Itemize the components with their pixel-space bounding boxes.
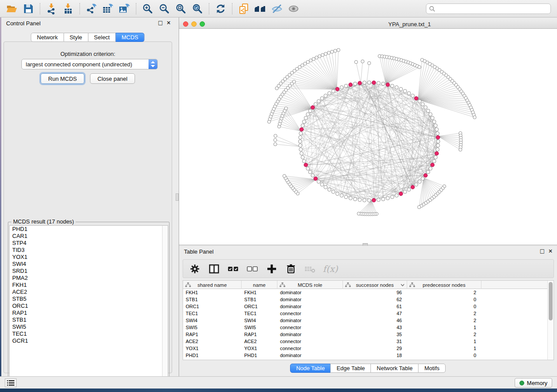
sort-descending-icon [401,284,405,286]
show-all-icon[interactable] [285,2,302,16]
table-cell: 29 [343,345,407,352]
splitter-grip[interactable] [176,193,179,201]
table-cell: 62 [343,296,407,303]
hide-selected-icon[interactable] [269,2,285,16]
network-window-titlebar[interactable]: YPA_prune.txt_1 [179,20,557,29]
table-tab-edge-table[interactable]: Edge Table [330,364,371,373]
search-input[interactable] [426,3,551,14]
table-cell: 2 [407,289,481,296]
vertical-splitter[interactable] [175,17,179,376]
table-row[interactable]: ACE2ACE2connector311 [183,338,547,345]
column-header-MCDS-role[interactable]: MCDS role [277,281,343,289]
import-network-icon[interactable] [43,2,60,16]
table-scrollbar[interactable] [547,281,554,360]
import-table-icon[interactable] [60,2,76,16]
table-cell: 61 [343,303,407,310]
mcds-result-item[interactable]: STP4 [10,240,168,247]
table-tab-node-table[interactable]: Node Table [290,364,331,373]
table-cell: YOX1 [242,345,277,352]
mcds-result-groupbox: MCDS result (17 nodes) PHD1CAR1STP4TID3Y… [8,222,170,384]
deselect-all-checkboxes-icon[interactable] [246,262,259,275]
run-mcds-button[interactable]: Run MCDS [41,73,84,84]
export-image-icon[interactable] [116,2,133,16]
select-all-checkboxes-icon[interactable] [227,262,240,275]
tab-select[interactable]: Select [88,33,116,42]
table-cell: 2 [407,317,481,324]
close-panel-icon[interactable]: × [166,20,171,26]
mcds-result-list[interactable]: PHD1CAR1STP4TID3YOX1SWI4SRD1PMA2FKH1ACE2… [9,225,168,382]
scrollbar-thumb[interactable] [549,282,553,320]
mcds-result-item[interactable]: SWI5 [10,323,168,330]
table-cell: ORC1 [242,303,277,310]
mcds-result-item[interactable]: ORC1 [10,303,168,309]
show-column-icon[interactable] [208,262,221,275]
export-network-icon[interactable] [83,2,100,16]
table-options-gear-icon[interactable] [188,262,201,275]
table-cell: dominator [277,303,343,310]
memory-button[interactable]: Memory [515,378,552,388]
table-row[interactable]: YOX1YOX1connector291 [183,345,547,352]
mcds-result-item[interactable]: STB1 [10,316,168,323]
mcds-result-item[interactable]: GCR1 [10,337,168,344]
column-label: shared name [197,282,227,288]
toolbar-separator [80,3,80,14]
table-tab-network-table[interactable]: Network Table [370,364,419,373]
mcds-result-item[interactable]: YOX1 [10,254,168,261]
mcds-result-item[interactable]: FKH1 [10,282,168,289]
first-neighbors-icon[interactable] [252,2,269,16]
clone-network-icon[interactable] [235,2,252,16]
mcds-result-item[interactable]: RAP1 [10,309,168,316]
table-row[interactable]: RAP1RAP1dominator352 [183,331,547,338]
table-cell: dominator [277,331,343,338]
save-session-icon[interactable] [20,2,37,16]
table-cell: ACE2 [183,338,242,345]
task-history-button[interactable] [5,378,17,387]
mcds-result-item[interactable]: ACE2 [10,289,168,296]
tab-mcds[interactable]: MCDS [115,33,144,42]
float-panel-icon[interactable]: □ [158,20,163,26]
network-canvas[interactable] [179,29,557,244]
table-row[interactable]: ORC1ORC1dominator610 [183,303,547,310]
refresh-layout-icon[interactable] [212,2,229,16]
column-header-shared-name[interactable]: shared name [183,281,242,289]
table-row[interactable]: SWI5SWI5connector431 [183,324,547,331]
optimization-criterion-dropdown[interactable]: largest connected component (undirected) [21,59,158,69]
delete-column-icon[interactable] [284,262,298,275]
table-row[interactable]: STB1STB1dominator620 [183,296,547,303]
table-row[interactable]: PHD1PHD1dominator180 [183,352,547,359]
zoom-selected-icon[interactable] [189,2,206,16]
table-row[interactable]: TEC1TEC1connector472 [183,310,547,317]
table-row[interactable]: SWI4SWI4dominator462 [183,317,547,324]
mcds-result-item[interactable]: PHD1 [10,226,168,233]
open-file-icon[interactable] [3,2,20,16]
close-panel-button[interactable]: Close panel [90,73,135,84]
close-panel-icon[interactable]: × [548,248,553,254]
mcds-result-item[interactable]: SRD1 [10,268,168,275]
mcds-result-item[interactable]: SWI4 [10,261,168,268]
table-cell: SWI5 [242,324,277,331]
delete-table-icon [304,262,317,275]
mcds-result-item[interactable]: TID3 [10,247,168,254]
mcds-result-item[interactable]: PMA2 [10,275,168,282]
mcds-result-item[interactable]: TEC1 [10,330,168,337]
search-field [426,3,551,14]
column-header-successor-nodes[interactable]: successor nodes [343,281,407,289]
zoom-out-icon[interactable] [156,2,173,16]
network-graph[interactable] [179,29,557,244]
float-panel-icon[interactable]: □ [540,248,545,254]
add-column-icon[interactable] [265,262,278,275]
table-tab-motifs[interactable]: Motifs [418,364,446,373]
mcds-result-item[interactable]: STB5 [10,296,168,303]
mcds-list-scrollbar[interactable] [162,226,168,382]
tab-network[interactable]: Network [31,33,64,42]
column-header-name[interactable]: name [242,281,277,289]
export-table-icon[interactable] [100,2,116,16]
mcds-result-item[interactable]: CAR1 [10,233,168,240]
column-header-predecessor-nodes[interactable]: predecessor nodes [407,281,481,289]
control-panel-tabs: NetworkStyleSelectMCDS [31,33,144,42]
zoom-in-icon[interactable] [139,2,156,16]
zoom-fit-icon[interactable] [173,2,189,16]
cytoscape-window: Control Panel □ × NetworkStyleSelectMCDS… [0,0,557,392]
table-row[interactable]: FKH1FKH1dominator962 [183,289,547,296]
tab-style[interactable]: Style [63,33,88,42]
